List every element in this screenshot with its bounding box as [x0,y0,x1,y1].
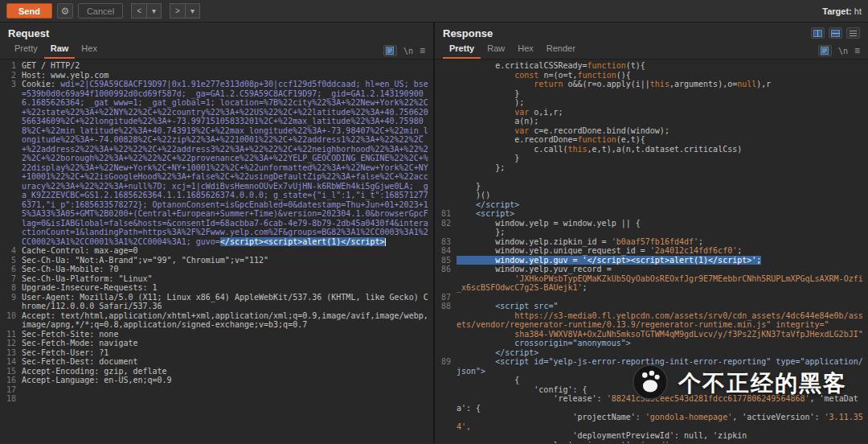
history-back-dropdown-icon[interactable]: ▾ [147,3,162,18]
code-line: c.call(this,e,t),a(n,t.dataset.criticalC… [435,145,868,154]
code-line: 3Cookie: wdi=2|C59A59C8ACF19D97|0x1.91e2… [0,80,433,246]
history-forward-button[interactable]: > [170,3,186,18]
code-line: 5Sec-Ch-Ua: "Not:A-Brand";v="99", "Chrom… [0,256,433,265]
code-line: 83 window.yelp.zipkin_id = 'b0aaf57fb16f… [435,237,868,247]
code-line: 9User-Agent: Mozilla/5.0 (X11; Linux x86… [0,293,433,311]
line-number: 16 [0,376,22,385]
tab-raw[interactable]: Raw [481,41,511,59]
response-tabs: PrettyRawHexRender \n ≡ [435,40,868,60]
code-line: 89 <script id="yelp-js-error-reporting-i… [435,357,868,376]
code-line: 6Sec-Ch-Ua-Mobile: ?0 [0,265,433,274]
history-back-button[interactable]: < [131,3,147,18]
code-line: a(n); [435,117,868,126]
editor-menu-icon[interactable]: ≡ [854,45,860,56]
editor-settings-icon[interactable] [383,45,397,56]
line-number: 82 [435,219,457,228]
toolbar: Send ⚙ Cancel < ▾ > ▾ Target: ht [0,0,868,23]
code-line: sha384-VWXV8VA+OxZuNh5mksoTGTWM4qM9gdLvc… [435,330,868,339]
code-line: </script> [435,348,868,358]
code-line: 'JXHkoPWsbTypEQMaKZkUb5QyOabOsREOxfJgr9E… [435,274,868,293]
cancel-button[interactable]: Cancel [78,3,123,18]
code-line: 2Host: www.yelp.com [0,71,433,80]
code-line: 13Sec-Fetch-User: ?1 [0,348,433,358]
code-line: ); [435,98,868,108]
code-line: e.criticalCSSReady=function(t){ [435,61,868,71]
target-label: Target: [822,6,851,16]
code-line: { [435,376,868,385]
tab-raw[interactable]: Raw [44,41,76,59]
line-number: 10 [0,311,22,321]
code-line: }; [435,228,868,237]
line-number: 2 [0,71,22,80]
code-line: 88 <script src=" [435,302,868,311]
tab-pretty[interactable]: Pretty [8,41,44,59]
line-number: 3 [0,80,22,89]
code-line: 'release': '88241c5a5ceec543d281fdcc6177… [435,394,868,413]
history-back-group: < ▾ [131,3,162,18]
history-forward-dropdown-icon[interactable]: ▾ [186,3,200,18]
response-layout-icons [811,27,860,39]
code-line: 'projectName': 'gondola-homepage', 'acti… [435,413,868,431]
code-line: } [435,154,868,163]
request-editor[interactable]: 1GET / HTTP/22Host: www.yelp.com3Cookie:… [0,60,433,443]
code-line: return o&&(r=o.apply(i||this,arguments),… [435,80,868,89]
code-line: } [435,89,868,99]
request-response-split: Request PrettyRawHex \n ≡ 1GET / HTTP/22… [0,23,868,443]
code-line: 12Sec-Fetch-Mode: navigate [0,339,433,348]
line-number: 15 [0,367,22,376]
request-settings-gear-icon[interactable]: ⚙ [57,3,73,18]
code-line: 16Accept-Language: en-US,en;q=0.9 [0,376,433,385]
code-line: crossorigin="anonymous"> [435,339,868,348]
code-line: 15Accept-Encoding: gzip, deflate [0,367,433,376]
code-line: e.recordDone=function(e,t){ [435,135,868,145]
nonprintable-toggle-icon[interactable]: \n [838,47,848,56]
code-line: 87 [435,293,868,302]
code-line: 11Sec-Fetch-Site: none [0,330,433,339]
tab-hex[interactable]: Hex [511,41,540,59]
target-indicator: Target: ht [822,6,862,16]
code-line: }, 'environment': 'prod', [435,441,868,444]
code-line: 81 <script> [435,209,868,219]
code-line [435,172,868,182]
target-value: ht [854,6,862,16]
code-line: 85 window.yelp.guv = '</script><script>a… [435,256,868,265]
request-panel-title: Request [8,27,49,39]
code-line: )() [435,191,868,200]
line-number: 85 [435,256,457,265]
line-number: 17 [0,385,22,395]
response-editor-icons: \n ≡ [818,45,860,59]
code-line: 84 window.yelp.unique_request_id = '2a40… [435,246,868,256]
response-panel: Response PrettyRawHexRender [435,23,868,443]
tab-hex[interactable]: Hex [75,41,104,59]
layout-columns-icon[interactable] [811,27,825,39]
line-number: 11 [0,330,22,339]
send-button[interactable]: Send [6,3,52,18]
response-editor[interactable]: e.criticalCSSReady=function(t){ const n=… [435,60,868,443]
request-panel: Request PrettyRawHex \n ≡ 1GET / HTTP/22… [0,23,435,443]
code-line: 17 [0,385,433,395]
code-line: 1GET / HTTP/2 [0,61,433,71]
line-number: 9 [0,293,22,302]
line-number: 81 [435,209,457,219]
editor-menu-icon[interactable]: ≡ [420,45,425,56]
line-number: 83 [435,237,457,247]
line-number: 8 [0,283,22,293]
code-line: var c=e.recordDone.bind(window); [435,126,868,136]
tab-render[interactable]: Render [540,41,582,59]
editor-settings-icon[interactable] [818,45,832,56]
code-line: }; [435,163,868,173]
text-cursor [385,238,386,246]
line-number: 86 [435,265,457,274]
layout-menu-icon[interactable] [846,27,860,39]
line-number: 4 [0,246,22,256]
line-number: 88 [435,302,457,311]
tab-pretty[interactable]: Pretty [443,41,481,59]
burp-repeater-window: Send ⚙ Cancel < ▾ > ▾ Target: ht Request… [0,0,868,444]
line-number: 7 [0,274,22,284]
request-panel-header: Request [0,23,433,40]
layout-rows-icon[interactable] [829,27,842,39]
request-tabs: PrettyRawHex \n ≡ [0,40,433,60]
nonprintable-toggle-icon[interactable]: \n [403,47,413,56]
line-number: 6 [0,265,22,274]
response-panel-header: Response [435,23,868,40]
